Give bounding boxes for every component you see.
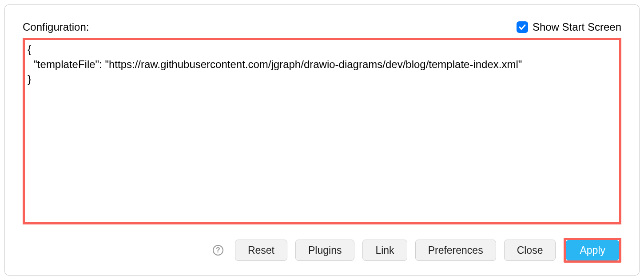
show-start-screen-label: Show Start Screen xyxy=(533,21,621,33)
close-button[interactable]: Close xyxy=(504,240,556,261)
configuration-textarea-highlight xyxy=(23,38,621,224)
apply-button-highlight: Apply xyxy=(564,238,621,263)
plugins-button[interactable]: Plugins xyxy=(295,240,354,261)
preferences-button[interactable]: Preferences xyxy=(415,240,496,261)
configuration-textarea[interactable] xyxy=(25,40,619,222)
reset-button[interactable]: Reset xyxy=(235,240,287,261)
apply-button[interactable]: Apply xyxy=(566,240,619,260)
help-icon[interactable]: ? xyxy=(213,245,223,256)
checkbox-checked-icon[interactable] xyxy=(517,21,528,33)
configuration-dialog: Configuration: Show Start Screen ? Reset… xyxy=(4,4,640,276)
show-start-screen-toggle[interactable]: Show Start Screen xyxy=(517,21,621,33)
link-button[interactable]: Link xyxy=(362,240,407,261)
header-row: Configuration: Show Start Screen xyxy=(23,21,621,33)
footer-row: ? Reset Plugins Link Preferences Close A… xyxy=(23,238,621,263)
configuration-label: Configuration: xyxy=(23,21,89,33)
